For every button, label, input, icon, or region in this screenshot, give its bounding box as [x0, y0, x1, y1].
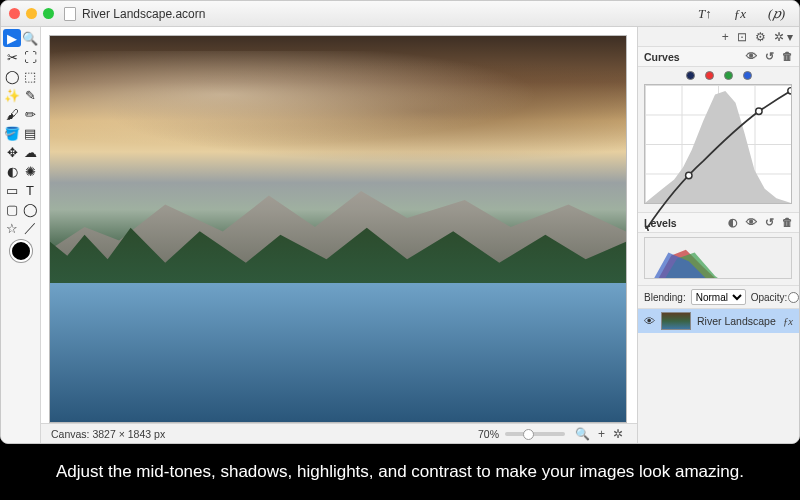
channel-rgb[interactable] [686, 71, 695, 80]
zoom-slider[interactable] [505, 432, 565, 436]
lasso-tool[interactable]: ◯ [3, 67, 21, 85]
curves-delete-icon[interactable]: 🗑 [782, 50, 793, 63]
clone-tool[interactable]: ✥ [3, 143, 21, 161]
window-controls [9, 8, 54, 19]
wand-tool[interactable]: ✨ [3, 86, 21, 104]
svg-point-1 [645, 228, 648, 231]
svg-marker-7 [645, 253, 791, 279]
brush-tool[interactable]: 🖌 [3, 105, 21, 123]
image-canvas[interactable] [49, 35, 627, 423]
layer-fx-badge[interactable]: ƒx [783, 316, 793, 327]
curves-header: Curves 👁 ↺ 🗑 [638, 47, 799, 67]
line-tool[interactable]: ／ [21, 219, 39, 237]
fill-tool[interactable]: 🪣 [3, 124, 21, 142]
ellipse-tool[interactable]: ◯ [21, 200, 39, 218]
gradient-tool[interactable]: ▤ [21, 124, 39, 142]
curves-reset-icon[interactable]: ↺ [765, 50, 774, 63]
canvas-area: Canvas: 3827 × 1843 px 70% 🔍 + ✲ [41, 27, 637, 443]
document-icon [64, 7, 76, 21]
smudge-tool[interactable]: ☁ [21, 143, 39, 161]
levels-icon[interactable]: ⚙ [755, 30, 766, 44]
caption-text: Adjust the mid-tones, shadows, highlight… [56, 461, 744, 484]
fx-button[interactable]: ƒx [728, 6, 752, 22]
blending-label: Blending: [644, 292, 686, 303]
rect-shape-tool[interactable]: ▢ [3, 200, 21, 218]
add-adjustment-icon[interactable]: + [722, 30, 729, 44]
titlebar-tools: T↑ ƒx (𝑝) [692, 6, 791, 22]
channel-blue[interactable] [743, 71, 752, 80]
close-window-icon[interactable] [9, 8, 20, 19]
layer-name: River Landscape [697, 315, 776, 327]
curves-channel-select [644, 71, 793, 80]
move-tool[interactable]: ▶ [3, 29, 21, 47]
fullscreen-window-icon[interactable] [43, 8, 54, 19]
layer-thumbnail [661, 312, 691, 330]
right-panels: + ⊡ ⚙ ✲ ▾ Curves 👁 ↺ 🗑 [637, 27, 799, 443]
layer-visibility-icon[interactable]: 👁 [644, 315, 655, 327]
foreground-color-well[interactable] [10, 240, 32, 262]
canvas-dimensions: Canvas: 3827 × 1843 px [51, 428, 165, 440]
svg-point-4 [788, 88, 791, 94]
svg-point-2 [686, 172, 692, 178]
levels-histogram[interactable] [644, 237, 792, 279]
burn-tool[interactable]: ✺ [21, 162, 39, 180]
zoom-tool[interactable]: 🔍 [21, 29, 39, 47]
curves-graph[interactable] [644, 84, 792, 204]
svg-point-3 [756, 108, 762, 114]
status-bar: Canvas: 3827 × 1843 px 70% 🔍 + ✲ [41, 423, 637, 443]
channel-green[interactable] [724, 71, 733, 80]
channel-red[interactable] [705, 71, 714, 80]
dodge-tool[interactable]: ◐ [3, 162, 21, 180]
curves-panel [638, 67, 799, 213]
panel-toolbar: + ⊡ ⚙ ✲ ▾ [638, 27, 799, 47]
selection-tool[interactable]: ⛶ [21, 48, 39, 66]
zoom-value: 70% [478, 428, 499, 440]
crop-tool[interactable]: ✂ [3, 48, 21, 66]
mask-icon[interactable]: ⊡ [737, 30, 747, 44]
panel-menu-icon[interactable]: ✲ ▾ [774, 30, 793, 44]
shape-tool[interactable]: ▭ [3, 181, 21, 199]
zoom-icon[interactable]: 🔍 [575, 427, 590, 441]
pencil-tool[interactable]: ✏ [21, 105, 39, 123]
curves-visibility-icon[interactable]: 👁 [746, 50, 757, 63]
marquee-tool[interactable]: ⬚ [21, 67, 39, 85]
eyedropper-tool[interactable]: ✎ [21, 86, 39, 104]
text-tool[interactable]: T [21, 181, 39, 199]
star-tool[interactable]: ☆ [3, 219, 21, 237]
toolbox: ▶ 🔍 ✂ ⛶ ◯ ⬚ ✨ ✎ 🖌 ✏ 🪣 ▤ ✥ ☁ ◐ ✺ ▭ T ▢ ◯ … [1, 27, 41, 443]
minimize-window-icon[interactable] [26, 8, 37, 19]
opacity-label: Opacity: [751, 292, 788, 303]
app-window: River Landscape.acorn T↑ ƒx (𝑝) ▶ 🔍 ✂ ⛶ … [0, 0, 800, 444]
canvas-settings-icon[interactable]: ✲ [613, 427, 623, 441]
document-title: River Landscape.acorn [82, 7, 205, 21]
layer-blend-row: Blending: Normal Opacity: 100% [638, 286, 799, 309]
layer-list: 👁 River Landscape ƒx [638, 309, 799, 443]
text-tool-button[interactable]: T↑ [692, 6, 718, 22]
add-layer-icon[interactable]: + [598, 427, 605, 441]
layer-row[interactable]: 👁 River Landscape ƒx [638, 309, 799, 333]
blend-mode-select[interactable]: Normal [691, 289, 746, 305]
titlebar: River Landscape.acorn T↑ ƒx (𝑝) [1, 1, 799, 27]
presets-button[interactable]: (𝑝) [762, 6, 791, 22]
curves-title: Curves [644, 51, 680, 63]
marketing-caption: Adjust the mid-tones, shadows, highlight… [0, 444, 800, 500]
levels-panel [638, 233, 799, 286]
